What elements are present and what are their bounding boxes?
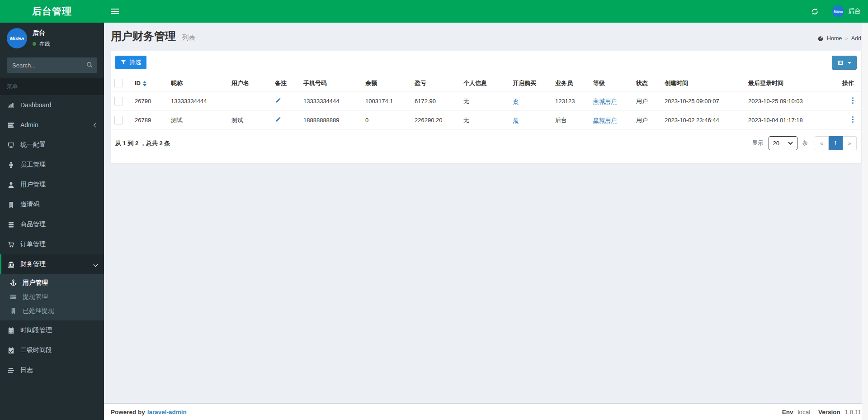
sidebar-item-logs[interactable]: 日志 [0, 360, 104, 380]
search-input[interactable] [7, 57, 97, 73]
top-navbar: Midea 后台 [104, 0, 868, 23]
column-header-balance: 余额 [362, 75, 411, 92]
column-selector-button[interactable] [832, 56, 857, 70]
anchor-icon [9, 279, 18, 286]
sidebar-item-time-period-management[interactable]: 时间段管理 [0, 320, 104, 340]
chevron-down-icon [94, 262, 98, 267]
pagination-next-button[interactable]: » [843, 136, 857, 150]
sidebar-toggle-button[interactable] [104, 0, 126, 23]
cell-nickname: 13333334444 [167, 92, 228, 111]
cell-balance: 1003174.1 [362, 92, 411, 111]
buy-enabled-toggle[interactable]: 否 [513, 98, 519, 105]
bank-icon [7, 261, 15, 268]
page-size-unit: 条 [802, 139, 808, 147]
submenu-item-withdraw-management[interactable]: 提现管理 [0, 290, 104, 304]
cell-profit: 226290.20 [411, 111, 460, 130]
submenu-item-user-finance[interactable]: 用户管理 [0, 276, 104, 290]
edit-remark-button[interactable] [275, 116, 281, 123]
calendar-icon [7, 327, 15, 334]
tasks-icon [7, 122, 15, 129]
app-logo[interactable]: 后台管理 [0, 0, 104, 23]
online-status-label[interactable]: 在线 [39, 40, 50, 48]
row-actions-button[interactable] [852, 97, 854, 104]
refresh-button[interactable] [805, 0, 825, 23]
row-actions-button[interactable] [852, 116, 854, 123]
pencil-icon [275, 97, 281, 104]
sidebar-item-invite-code[interactable]: 邀请码 [0, 195, 104, 215]
sidebar-item-unified-config[interactable]: 统一配置 [0, 135, 104, 155]
user-menu[interactable]: Midea 后台 [825, 0, 868, 23]
sidebar-item-label: 邀请码 [20, 200, 39, 209]
building-icon [9, 307, 18, 314]
sidebar-item-admin[interactable]: Admin [0, 115, 104, 135]
select-row-checkbox[interactable] [114, 116, 123, 124]
sidebar-item-staff-management[interactable]: 员工管理 [0, 155, 104, 175]
sidebar-item-label: Dashboard [20, 101, 52, 109]
page-subtitle: 列表 [182, 33, 195, 41]
sort-asc-icon [143, 81, 146, 83]
cell-created-at: 2023-10-25 09:00:07 [661, 92, 745, 111]
cell-status: 用户 [632, 92, 661, 111]
sidebar-menu: Dashboard Admin 统一配置 [0, 95, 104, 380]
column-header-personal-info: 个人信息 [460, 75, 509, 92]
buy-enabled-toggle[interactable]: 是 [513, 117, 519, 124]
column-header-actions: 操作 [828, 75, 861, 92]
level-editable[interactable]: 星耀用户 [593, 117, 617, 124]
sidebar-item-finance-management[interactable]: 财务管理 [0, 254, 104, 274]
sidebar-item-order-management[interactable]: 订单管理 [0, 234, 104, 254]
sidebar-item-user-management[interactable]: 用户管理 [0, 175, 104, 195]
chevron-left-icon [94, 123, 98, 127]
sidebar-item-dashboard[interactable]: Dashboard [0, 95, 104, 115]
version-label: Version [818, 409, 840, 415]
edit-remark-button[interactable] [275, 97, 281, 104]
page-size-select[interactable]: 20 [769, 136, 797, 150]
pagination-page-1[interactable]: 1 [829, 136, 843, 150]
pagination-prev-button[interactable]: « [815, 136, 829, 150]
cell-created-at: 2023-10-02 23:46:44 [661, 111, 745, 130]
vertical-ellipsis-icon [852, 116, 854, 123]
sidebar-item-secondary-time-period[interactable]: 二级时间段 [0, 340, 104, 360]
sidebar-avatar: Midea [7, 28, 27, 48]
cell-profit: 6172.90 [411, 92, 460, 111]
cell-phone: 18888888889 [300, 111, 362, 130]
sort-toggle[interactable] [143, 81, 146, 86]
shopping-cart-icon [7, 241, 15, 248]
cell-username [228, 92, 271, 111]
menu-header: 菜单 [0, 78, 104, 95]
person-icon [7, 162, 15, 168]
scrollbar[interactable] [862, 23, 868, 420]
cell-personal-info: 无 [460, 92, 509, 111]
powered-by-label: Powered by [111, 409, 145, 415]
select-row-checkbox[interactable] [114, 97, 123, 105]
cell-last-login: 2023-10-25 09:10:03 [745, 92, 828, 111]
sidebar-item-product-management[interactable]: 商品管理 [0, 215, 104, 234]
submenu-item-processed-withdrawals[interactable]: 已处理提现 [0, 304, 104, 318]
laravel-admin-link[interactable]: laravel-admin [147, 409, 187, 415]
building-icon [7, 201, 15, 208]
select-all-checkbox[interactable] [114, 79, 123, 87]
level-editable[interactable]: 商城用户 [593, 98, 617, 105]
main-footer: Powered bylaravel-admin Env local Versio… [104, 403, 868, 420]
column-header-salesman: 业务员 [552, 75, 590, 92]
breadcrumb-home-link[interactable]: Home [827, 35, 842, 42]
page-title: 用户财务管理 [111, 30, 176, 42]
breadcrumb-separator: > [845, 36, 848, 41]
cell-id: 26789 [131, 111, 167, 130]
cell-personal-info: 无 [460, 111, 509, 130]
page-size-label: 显示 [752, 139, 764, 147]
column-header-last-login: 最后登录时间 [745, 75, 828, 92]
database-icon [7, 221, 15, 228]
align-left-icon [7, 367, 15, 374]
cell-id: 26790 [131, 92, 167, 111]
env-label: Env [782, 409, 793, 415]
desktop-icon [7, 142, 15, 148]
navbar-avatar: Midea [832, 5, 844, 17]
column-header-profit: 盈亏 [411, 75, 460, 92]
sidebar-item-label: 用户管理 [20, 181, 46, 189]
cell-salesman: 123123 [552, 92, 590, 111]
filter-button[interactable]: 筛选 [115, 56, 146, 69]
sidebar: Midea 后台 在线 菜单 [0, 23, 104, 420]
search-submit-button[interactable] [86, 62, 93, 68]
version-value: 1.8.11 [844, 409, 861, 415]
cell-nickname: 测试 [167, 111, 228, 130]
